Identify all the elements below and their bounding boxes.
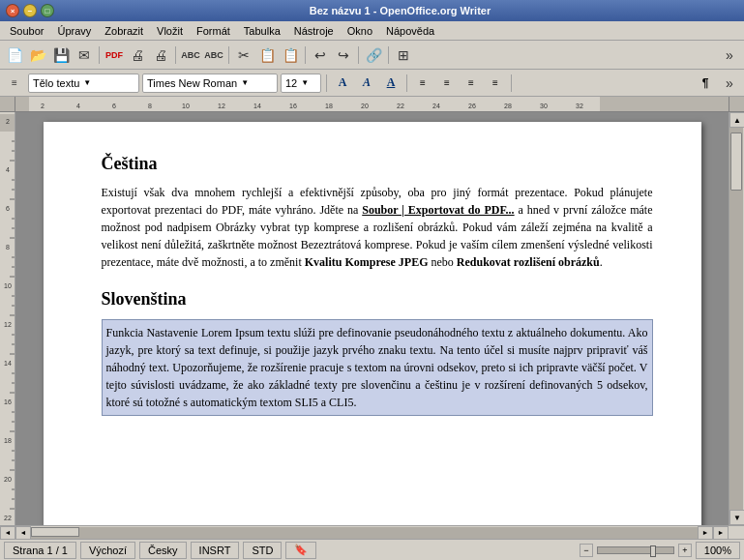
h-scroll-track[interactable] xyxy=(31,527,698,539)
toolbar-sep-4 xyxy=(305,46,306,64)
menu-soubor[interactable]: Soubor xyxy=(4,23,49,39)
more-button[interactable]: » xyxy=(719,44,740,66)
h-scroll-thumb[interactable] xyxy=(31,527,79,537)
svg-text:20: 20 xyxy=(4,476,12,483)
insert-mode-status[interactable]: INSRT xyxy=(191,542,240,559)
scroll-thumb[interactable] xyxy=(730,133,742,191)
zoom-slider[interactable] xyxy=(597,546,674,554)
align-right-button[interactable]: ≡ xyxy=(461,73,482,94)
toolbar-sep-1 xyxy=(99,46,100,64)
status-bar: Strana 1 / 1 Výchozí Česky INSRT STD 🔖 −… xyxy=(0,539,744,560)
ruler-right-gray xyxy=(600,97,729,111)
hyperlink-button[interactable]: 🔗 xyxy=(363,44,384,66)
underline-button[interactable]: A xyxy=(380,73,402,94)
email-button[interactable]: ✉ xyxy=(74,44,95,66)
document-page: Čeština Existují však dva mnohem rychlej… xyxy=(44,122,701,525)
para1-bold1: Kvalitu Komprese JPEG xyxy=(305,255,429,269)
zoom-out-button[interactable]: − xyxy=(580,544,593,557)
style-arrow-icon: ▼ xyxy=(83,78,91,87)
ruler-num-30: 30 xyxy=(540,103,548,109)
fmt-sep-3 xyxy=(511,74,512,92)
menu-format[interactable]: Formát xyxy=(191,23,236,39)
save-button[interactable]: 💾 xyxy=(50,44,72,66)
new-button[interactable]: 📄 xyxy=(4,44,25,66)
formatting-toolbar: ≡ Tělo textu ▼ Times New Roman ▼ 12 ▼ A … xyxy=(0,70,744,97)
signature-status: 🔖 xyxy=(285,542,316,559)
ruler-corner xyxy=(0,97,15,111)
selection-mode-status[interactable]: STD xyxy=(243,542,282,559)
paragraph-style-dropdown[interactable]: Tělo textu ▼ xyxy=(28,74,139,93)
undo-button[interactable]: ↩ xyxy=(310,44,331,66)
cut-button[interactable]: ✂ xyxy=(233,44,254,66)
scroll-track[interactable] xyxy=(729,128,743,510)
content-area[interactable]: Čeština Existují však dva mnohem rychlej… xyxy=(15,112,729,525)
more-fmt-button[interactable]: » xyxy=(719,73,740,94)
paste-button[interactable]: 📋 xyxy=(280,44,301,66)
scroll-page-left-button[interactable]: ◄ xyxy=(15,526,31,540)
font-size-dropdown[interactable]: 12 ▼ xyxy=(281,74,321,93)
align-justify-button[interactable]: ≡ xyxy=(485,73,506,94)
copy-button[interactable]: 📋 xyxy=(256,44,278,66)
font-name-dropdown[interactable]: Times New Roman ▼ xyxy=(142,74,278,93)
ruler-left-gray xyxy=(15,97,29,111)
zoom-controls: − + 100% xyxy=(580,542,740,559)
zoom-in-button[interactable]: + xyxy=(678,544,692,557)
ruler-num-14: 14 xyxy=(253,103,261,109)
horizontal-scrollbar[interactable]: ◄ ◄ ► ► xyxy=(0,525,744,539)
menu-napoveda[interactable]: Nápověda xyxy=(380,23,440,39)
title-bar: × − □ Bez názvu 1 - OpenOffice.org Write… xyxy=(0,0,744,21)
toolbar-sep-5 xyxy=(358,46,359,64)
open-button[interactable]: 📂 xyxy=(27,44,48,66)
pdf-button[interactable]: PDF xyxy=(104,44,125,66)
style-toggle[interactable]: ≡ xyxy=(4,73,25,94)
autospell-button[interactable]: ABC xyxy=(203,44,224,66)
italic-button[interactable]: A xyxy=(356,73,377,94)
svg-text:4: 4 xyxy=(6,166,10,173)
svg-text:2: 2 xyxy=(6,118,10,125)
table-button[interactable]: ⊞ xyxy=(393,44,414,66)
para-cestina: Existují však dva mnohem rychlejší a efe… xyxy=(102,184,653,271)
redo-button[interactable]: ↪ xyxy=(333,44,354,66)
scroll-right-button[interactable]: ► xyxy=(713,526,729,540)
menu-vlozit[interactable]: Vložit xyxy=(151,23,189,39)
vertical-scrollbar[interactable]: ▲ ▼ xyxy=(729,112,744,525)
scroll-up-button[interactable]: ▲ xyxy=(729,112,744,128)
window-title: Bez názvu 1 - OpenOffice.org Writer xyxy=(62,5,738,16)
close-button[interactable]: × xyxy=(6,4,19,17)
scroll-down-button[interactable]: ▼ xyxy=(729,510,744,525)
minimize-button[interactable]: − xyxy=(23,4,37,17)
paragraph-marks-button[interactable]: ¶ xyxy=(695,73,716,94)
maximize-button[interactable]: □ xyxy=(41,4,54,17)
window-controls[interactable]: × − □ xyxy=(6,4,54,17)
menu-upravy[interactable]: Úpravy xyxy=(51,23,97,39)
menu-okno[interactable]: Okno xyxy=(342,23,378,39)
spellcheck-button[interactable]: ABC xyxy=(180,44,201,66)
zoom-thumb[interactable] xyxy=(650,545,656,557)
zoom-percent[interactable]: 100% xyxy=(696,542,740,559)
page-number-status: Strana 1 / 1 xyxy=(4,542,76,559)
ruler-num-22: 22 xyxy=(397,103,404,109)
ruler-num-26: 26 xyxy=(468,103,476,109)
language-status: Česky xyxy=(139,542,187,559)
font-label: Times New Roman xyxy=(147,77,237,89)
menu-zobrazit[interactable]: Zobrazit xyxy=(99,23,149,39)
ruler-num-8: 8 xyxy=(148,103,152,109)
align-left-button[interactable]: ≡ xyxy=(412,73,433,94)
svg-text:8: 8 xyxy=(6,244,10,251)
style-label: Tělo textu xyxy=(33,77,79,89)
para1-bold2: Redukovat rozlišení obrázků xyxy=(457,255,600,269)
menu-tabulka[interactable]: Tabulka xyxy=(238,23,286,39)
svg-text:6: 6 xyxy=(6,205,10,212)
signature-icon: 🔖 xyxy=(294,544,308,556)
bold-button[interactable]: A xyxy=(332,73,353,94)
selected-text-block[interactable]: Funkcia Nastavenie Lorem Ipsum textu slú… xyxy=(102,319,653,416)
scroll-page-right-button[interactable]: ► xyxy=(698,526,713,540)
align-center-button[interactable]: ≡ xyxy=(436,73,458,94)
scroll-left-button[interactable]: ◄ xyxy=(0,526,15,540)
fmt-sep-1 xyxy=(326,74,327,92)
print-preview-button[interactable]: 🖨 xyxy=(150,44,171,66)
para1-end: . xyxy=(600,255,603,269)
vertical-ruler: 2 4 6 8 10 12 14 xyxy=(0,112,15,525)
menu-nastroje[interactable]: Nástroje xyxy=(288,23,340,39)
print-button[interactable]: 🖨 xyxy=(127,44,148,66)
